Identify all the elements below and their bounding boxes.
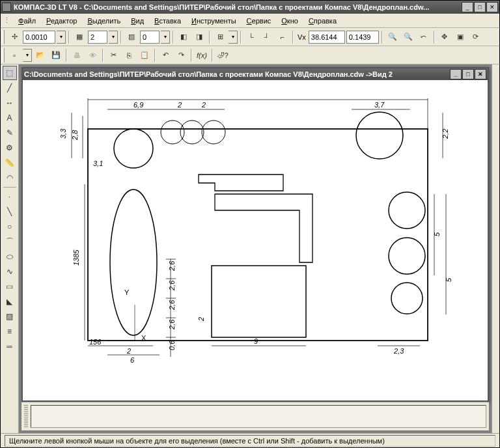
menu-select[interactable]: Выделить [82, 16, 126, 26]
window-controls: _ □ ✕ [462, 2, 498, 12]
dim-text: 5 [445, 277, 452, 282]
eraser2-icon[interactable]: ◨ [192, 30, 206, 44]
coord-y-input[interactable] [346, 31, 379, 44]
hatch-dropdown[interactable]: ▾ [161, 31, 170, 44]
refresh-icon[interactable]: ⟳ [469, 30, 483, 44]
layer-dropdown[interactable]: ▾ [109, 31, 118, 44]
menu-edit[interactable]: Редактор [41, 16, 82, 26]
layer-icon[interactable]: ▦ [72, 30, 87, 44]
layer-input[interactable] [88, 31, 107, 44]
copy-icon[interactable]: ⎘ [122, 48, 136, 63]
panel-grip-icon[interactable] [24, 405, 28, 428]
toolbar-grip-icon[interactable] [2, 48, 5, 63]
maximize-button[interactable]: □ [474, 2, 486, 12]
svg-point-6 [389, 192, 425, 229]
fit-all-icon[interactable]: ▣ [453, 30, 467, 44]
toolbar-grip-icon[interactable] [2, 30, 5, 44]
measure-tool-icon[interactable]: 📏 [3, 156, 17, 170]
dim-text: 2,2 [441, 129, 449, 139]
property-panel [21, 402, 489, 430]
edit-tool-icon[interactable]: ✎ [3, 126, 17, 140]
ortho2-icon[interactable]: ┘ [260, 30, 274, 44]
workspace: C:\Documents and Settings\ПИТЕР\Рабочий … [19, 64, 492, 433]
style-tool-icon[interactable]: ≡ [3, 324, 17, 339]
new-dropdown[interactable]: ▾ [23, 49, 32, 62]
separator [382, 31, 383, 44]
param-tool-icon[interactable]: ⚙ [3, 141, 17, 155]
spline-tool-icon[interactable]: ∿ [3, 264, 17, 279]
preview-icon[interactable]: 👁 [85, 48, 100, 63]
svg-point-4 [114, 129, 153, 168]
cut-icon[interactable]: ✂ [106, 48, 120, 63]
doc-maximize-button[interactable]: □ [462, 69, 474, 79]
line-tool-icon[interactable]: ╱ [3, 81, 17, 95]
menu-file[interactable]: Файл [13, 16, 41, 26]
hatch-icon[interactable]: ▨ [124, 30, 139, 44]
doc-minimize-button[interactable]: _ [450, 69, 462, 79]
separator [209, 31, 210, 44]
snap-icon[interactable]: ✢ [7, 30, 21, 44]
ortho-icon[interactable]: └ [244, 30, 258, 44]
separator [120, 31, 122, 44]
separator [66, 49, 67, 62]
dim-text: 3,7 [374, 101, 385, 109]
arc-tool-icon[interactable]: ◠ [3, 171, 17, 185]
step-dropdown[interactable]: ▾ [57, 31, 66, 44]
minimize-button[interactable]: _ [462, 2, 473, 12]
eraser-icon[interactable]: ◧ [176, 30, 191, 44]
rect-tool-icon[interactable]: ▭ [3, 279, 17, 294]
svg-rect-12 [212, 266, 306, 337]
close-button[interactable]: ✕ [486, 2, 498, 12]
dim-text: 9 [254, 337, 258, 345]
drawing-canvas[interactable]: Y X [23, 80, 488, 400]
circle-tool-icon[interactable]: ○ [3, 219, 17, 234]
redo-icon[interactable]: ↷ [174, 48, 188, 63]
coord-x-input[interactable] [309, 31, 345, 44]
separator [191, 49, 192, 62]
chamfer-tool-icon[interactable]: ◣ [3, 294, 17, 309]
help-cursor-icon[interactable]: ⮰? [215, 48, 230, 63]
style2-tool-icon[interactable]: ═ [3, 339, 17, 354]
hatch2-tool-icon[interactable]: ▨ [3, 309, 17, 324]
app-icon [2, 3, 11, 12]
menu-view[interactable]: Вид [126, 16, 149, 26]
doc-close-button[interactable]: ✕ [475, 69, 486, 79]
select-tool-icon[interactable]: ⬚ [3, 66, 17, 80]
right-dock-strip[interactable] [492, 64, 499, 433]
pan-icon[interactable]: ✥ [438, 30, 452, 44]
open-icon[interactable]: 📂 [33, 48, 48, 63]
save-icon[interactable]: 💾 [49, 48, 63, 63]
zoom-out-icon[interactable]: 🔍 [401, 30, 415, 44]
menubar-grip[interactable]: ⋮ [3, 16, 10, 25]
grid-dropdown[interactable]: ▾ [229, 31, 238, 44]
dim-tool-icon[interactable]: ↔ [3, 96, 17, 110]
toolbar-standard: ▫ ▾ 📂 💾 🖶 👁 ✂ ⎘ 📋 ↶ ↷ f(x) ⮰? [1, 46, 499, 64]
property-panel-content[interactable] [31, 405, 486, 428]
arc2-tool-icon[interactable]: ⌒ [3, 234, 17, 249]
localcs-icon[interactable]: ⌐ [275, 30, 290, 44]
dim-text: 2,8 [71, 130, 79, 141]
zoom-prev-icon[interactable]: ⤺ [417, 30, 431, 44]
fx-icon[interactable]: f(x) [195, 48, 209, 63]
paste-icon[interactable]: 📋 [137, 48, 152, 63]
point-tool-icon[interactable]: · [3, 189, 17, 204]
menu-window[interactable]: Окно [276, 16, 303, 26]
zoom-in-icon[interactable]: 🔍 [385, 30, 400, 44]
separator [68, 31, 70, 44]
menu-help[interactable]: Справка [303, 16, 342, 26]
dim-text: 3,1 [93, 160, 103, 167]
ellipse-tool-icon[interactable]: ⬭ [3, 249, 17, 264]
print-icon[interactable]: 🖶 [70, 48, 84, 63]
menu-tools[interactable]: Инструменты [186, 16, 242, 26]
line2-tool-icon[interactable]: ╲ [3, 204, 17, 219]
text-tool-icon[interactable]: A [3, 111, 17, 125]
new-icon[interactable]: ▫ [7, 48, 21, 63]
hatch-input[interactable] [140, 31, 160, 44]
undo-icon[interactable]: ↶ [158, 48, 173, 63]
step-input[interactable] [23, 31, 55, 44]
menu-service[interactable]: Сервис [242, 16, 277, 26]
coord-x-label: Vx [296, 33, 307, 41]
menu-insert[interactable]: Вставка [149, 16, 186, 26]
dim-text: 2 [126, 347, 131, 355]
grid-icon[interactable]: ⊞ [213, 30, 227, 44]
